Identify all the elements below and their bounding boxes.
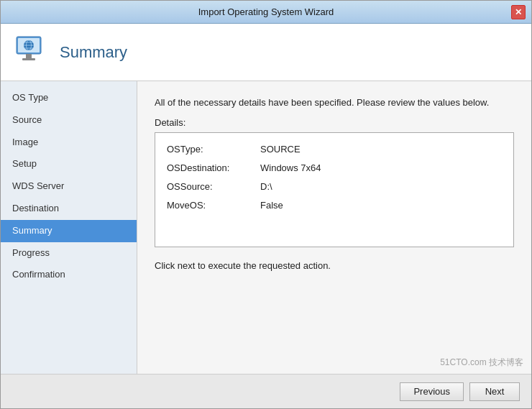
detail-row: OSType:SOURCE — [167, 142, 502, 157]
detail-key: OSType: — [167, 142, 260, 157]
detail-value: SOURCE — [260, 142, 301, 157]
sidebar-item-setup[interactable]: Setup — [1, 153, 137, 175]
close-button[interactable]: ✕ — [511, 5, 526, 19]
detail-value: False — [260, 198, 283, 213]
detail-row: OSSource:D:\ — [167, 179, 502, 195]
content-area: OS TypeSourceImageSetupWDS ServerDestina… — [1, 81, 531, 374]
sidebar-item-source[interactable]: Source — [1, 109, 137, 132]
svg-rect-2 — [26, 54, 32, 58]
detail-value: D:\ — [260, 179, 272, 195]
sidebar-item-summary[interactable]: Summary — [1, 220, 137, 242]
window-title: Import Operating System Wizard — [21, 6, 511, 17]
detail-key: OSSource: — [167, 179, 260, 195]
detail-value: Windows 7x64 — [260, 160, 321, 176]
svg-rect-3 — [22, 58, 35, 60]
previous-button[interactable]: Previous — [400, 382, 464, 401]
detail-row: MoveOS:False — [167, 198, 502, 213]
description-text: All of the necessary details have been s… — [155, 96, 514, 110]
sidebar-item-confirmation[interactable]: Confirmation — [1, 264, 137, 286]
title-bar: Import Operating System Wizard ✕ — [1, 1, 531, 24]
detail-row: OSDestination:Windows 7x64 — [167, 160, 502, 176]
sidebar: OS TypeSourceImageSetupWDS ServerDestina… — [1, 81, 137, 374]
footer: Previous Next — [1, 374, 531, 408]
sidebar-item-wds-server[interactable]: WDS Server — [1, 175, 137, 198]
page-title: Summary — [60, 43, 127, 62]
details-label: Details: — [155, 117, 514, 128]
sidebar-item-progress[interactable]: Progress — [1, 242, 137, 265]
sidebar-item-destination[interactable]: Destination — [1, 198, 137, 220]
wizard-window: Import Operating System Wizard ✕ Summary… — [0, 0, 532, 409]
main-content: All of the necessary details have been s… — [137, 81, 531, 374]
detail-key: OSDestination: — [167, 160, 260, 176]
sidebar-item-image[interactable]: Image — [1, 132, 137, 154]
detail-key: MoveOS: — [167, 198, 260, 213]
header-area: Summary — [1, 24, 531, 81]
sidebar-item-os-type[interactable]: OS Type — [1, 87, 137, 109]
details-box: OSType:SOURCEOSDestination:Windows 7x64O… — [155, 132, 514, 247]
click-next-text: Click next to execute the requested acti… — [155, 260, 514, 271]
next-button[interactable]: Next — [469, 382, 520, 401]
computer-icon — [12, 34, 50, 71]
